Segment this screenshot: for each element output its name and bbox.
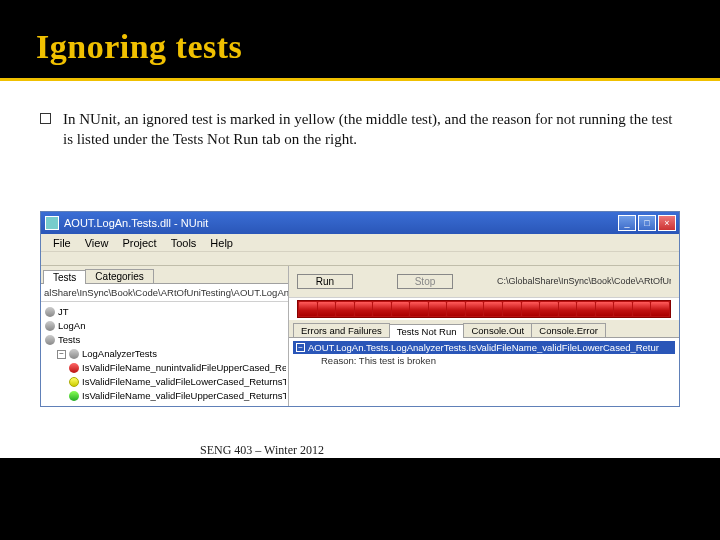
titlebar: AOUT.LogAn.Tests.dll - NUnit _ □ × (41, 212, 679, 234)
progress-seg (447, 302, 465, 316)
status-dot-grey (45, 307, 55, 317)
progress-seg (355, 302, 373, 316)
progress-seg (392, 302, 410, 316)
progress-seg (540, 302, 558, 316)
tab-tests[interactable]: Tests (43, 270, 86, 284)
progress-seg (484, 302, 502, 316)
screenshot-wrap: AOUT.LogAn.Tests.dll - NUnit _ □ × File … (0, 211, 720, 407)
tree-logan[interactable]: LogAn (43, 319, 286, 333)
progress-seg (318, 302, 336, 316)
tree-test-3[interactable]: IsValidFileName_validFileUpperCased_Retu… (43, 389, 286, 403)
toolstrip (41, 252, 679, 266)
nunit-window: AOUT.LogAn.Tests.dll - NUnit _ □ × File … (40, 211, 680, 407)
status-dot-yellow (69, 377, 79, 387)
tree-tests[interactable]: Tests (43, 333, 286, 347)
status-dot-red (69, 363, 79, 373)
left-tabs: Tests Categories (41, 266, 288, 284)
slide-title: Ignoring tests (0, 0, 720, 72)
progress-seg (373, 302, 391, 316)
titlebar-left: AOUT.LogAn.Tests.dll - NUnit (45, 216, 208, 230)
result-path: C:\GlobalShare\InSync\Book\Code\ARtOfUni… (497, 276, 671, 287)
tab-console-out[interactable]: Console.Out (463, 323, 532, 337)
progress-seg (466, 302, 484, 316)
left-pathbar: alShare\InSync\Book\Code\ARtOfUniTesting… (41, 284, 288, 302)
menu-tools[interactable]: Tools (165, 236, 203, 250)
menu-view[interactable]: View (79, 236, 115, 250)
collapse-icon[interactable]: − (296, 343, 305, 352)
status-dot-green (69, 391, 79, 401)
progress-seg (577, 302, 595, 316)
tree-test-1-label: IsValidFileName_nunintvalidFileUpperCase… (82, 361, 286, 375)
bullet-text: In NUnit, an ignored test is marked in y… (63, 109, 680, 150)
tree-test-3-label: IsValidFileName_validFileUpperCased_Retu… (82, 389, 286, 403)
window-title: AOUT.LogAn.Tests.dll - NUnit (64, 217, 208, 229)
notrun-panel: − AOUT.LogAn.Tests.LogAnalyzerTests.IsVa… (289, 338, 679, 406)
maximize-button[interactable]: □ (638, 215, 656, 231)
progress-seg (633, 302, 651, 316)
tree-root-label: JT (58, 305, 69, 319)
notrun-test-name: AOUT.LogAn.Tests.LogAnalyzerTests.IsVali… (308, 342, 659, 353)
menu-file[interactable]: File (47, 236, 77, 250)
test-tree[interactable]: JT LogAn Tests − LogAnalyzerTests (41, 302, 288, 406)
collapse-icon[interactable]: − (57, 350, 66, 359)
tree-fixture[interactable]: − LogAnalyzerTests (43, 347, 286, 361)
slide-footer: SENG 403 – Winter 2012 (200, 443, 720, 458)
run-button[interactable]: Run (297, 274, 353, 289)
progress-seg (651, 302, 669, 316)
status-dot-grey (45, 321, 55, 331)
right-toolbar: Run Stop C:\GlobalShare\InSync\Book\Code… (289, 266, 679, 298)
progress-row (289, 298, 679, 320)
notrun-reason-row: Reason: This test is broken (293, 354, 675, 367)
stop-button[interactable]: Stop (397, 274, 453, 289)
footer-area: SENG 403 – Winter 2012 (0, 407, 720, 458)
bullet-item: In NUnit, an ignored test is marked in y… (40, 109, 680, 150)
menu-help[interactable]: Help (204, 236, 239, 250)
menu-project[interactable]: Project (116, 236, 162, 250)
titlebar-controls: _ □ × (618, 215, 676, 231)
left-path-text: alShare\InSync\Book\Code\ARtOfUniTesting… (44, 287, 288, 298)
notrun-selected-row[interactable]: − AOUT.LogAn.Tests.LogAnalyzerTests.IsVa… (293, 341, 675, 354)
tab-console-error[interactable]: Console.Error (531, 323, 606, 337)
progress-bar (297, 300, 671, 318)
left-pane: Tests Categories alShare\InSync\Book\Cod… (41, 266, 289, 406)
main-split: Tests Categories alShare\InSync\Book\Cod… (41, 266, 679, 406)
result-tabs: Errors and Failures Tests Not Run Consol… (289, 320, 679, 338)
app-icon (45, 216, 59, 230)
tree-tests-label: Tests (58, 333, 80, 347)
status-dot-grey (69, 349, 79, 359)
right-pane: Run Stop C:\GlobalShare\InSync\Book\Code… (289, 266, 679, 406)
tree-test-1[interactable]: IsValidFileName_nunintvalidFileUpperCase… (43, 361, 286, 375)
tree-test-2[interactable]: IsValidFileName_validFileLowerCased_Retu… (43, 375, 286, 389)
menubar: File View Project Tools Help (41, 234, 679, 252)
tab-categories[interactable]: Categories (85, 269, 153, 283)
progress-seg (522, 302, 540, 316)
reason-text: Reason: This test is broken (321, 355, 436, 366)
progress-seg (429, 302, 447, 316)
tab-notrun[interactable]: Tests Not Run (389, 324, 465, 338)
status-dot-grey (45, 335, 55, 345)
tree-fixture-label: LogAnalyzerTests (82, 347, 157, 361)
close-button[interactable]: × (658, 215, 676, 231)
content-area: In NUnit, an ignored test is marked in y… (0, 81, 720, 211)
progress-seg (596, 302, 614, 316)
progress-seg (559, 302, 577, 316)
progress-seg (503, 302, 521, 316)
progress-seg (336, 302, 354, 316)
progress-seg (299, 302, 317, 316)
progress-seg (614, 302, 632, 316)
tree-logan-label: LogAn (58, 319, 85, 333)
minimize-button[interactable]: _ (618, 215, 636, 231)
tab-errors[interactable]: Errors and Failures (293, 323, 390, 337)
tree-test-2-label: IsValidFileName_validFileLowerCased_Retu… (82, 375, 286, 389)
bullet-marker (40, 113, 51, 124)
progress-seg (410, 302, 428, 316)
tree-root[interactable]: JT (43, 305, 286, 319)
